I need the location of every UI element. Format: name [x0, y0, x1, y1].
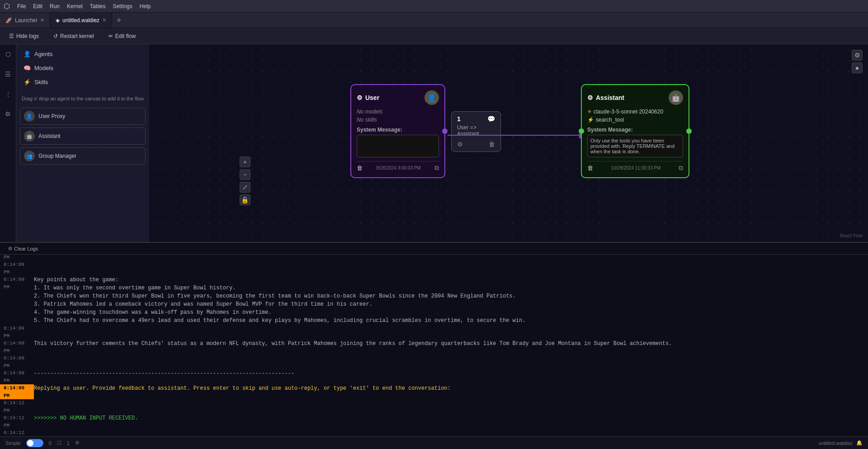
user-node-header: ⚙ User 👤 — [357, 90, 439, 105]
assistant-settings-icon[interactable]: ⚙ — [587, 94, 593, 101]
log-line: 6:14:12 PM — [0, 429, 868, 436]
log-text — [34, 429, 868, 436]
app-logo: ⬡ — [4, 2, 10, 10]
left-panel: ⬡ ☰ ⋮ ⚙ 👤 Agents 🧠 Models ⚡ Skills — [0, 44, 149, 242]
user-copy-icon[interactable]: ⧉ — [434, 164, 439, 172]
menu-bar: ⬡ File Edit Run Kernel Tables Settings H… — [0, 0, 868, 13]
menu-kernel[interactable]: Kernel — [67, 3, 83, 9]
hide-logs-button[interactable]: ☰ Hide logs — [5, 32, 42, 41]
clear-logs-label: Clear Logs — [14, 246, 38, 251]
zoom-out-btn[interactable]: − — [240, 169, 250, 180]
restart-icon: ↺ — [53, 33, 58, 39]
tab-untitled-close[interactable]: ✕ — [102, 17, 106, 23]
models-label: Models — [34, 65, 53, 71]
edge-box: 1 💬 User => Assistant ⚙ 🗑 — [451, 111, 501, 152]
tab-untitled[interactable]: ◈ untitled.waldiez ✕ — [50, 13, 112, 28]
menu-run[interactable]: Run — [50, 3, 60, 9]
log-line: 6:14:09 PMThis victory further cements t… — [0, 340, 868, 354]
assistant-model-item: ✳ claude-3-5-sonnet-20240620 — [587, 109, 683, 115]
group-manager-avatar: 👥 — [24, 151, 35, 161]
log-text: ----------------------------------------… — [34, 369, 868, 384]
status-mode-label: Simple — [5, 440, 21, 446]
group-manager-label: Group Manager — [38, 153, 76, 159]
log-panel: ⊘ Clear Logs 6:14:03 PMfrom February 11,… — [0, 242, 868, 436]
zoom-in-btn[interactable]: + — [240, 156, 250, 167]
agent-item-assistant[interactable]: 🤖 Assistant — [20, 128, 146, 145]
menu-tables[interactable]: Tables — [90, 3, 106, 9]
status-right: untitled.waldiez 🔔 — [819, 440, 863, 446]
restart-kernel-button[interactable]: ↺ Restart kernel — [50, 32, 98, 41]
log-time: 6:14:09 PM — [0, 354, 34, 369]
canvas-dot-btn[interactable]: ● — [852, 62, 863, 73]
status-bell-icon[interactable]: 🔔 — [856, 440, 863, 446]
status-kernel-status: 0 — [49, 440, 52, 446]
log-content[interactable]: 6:14:03 PMfrom February 11, 2024 on ESPN… — [0, 255, 868, 436]
status-bar: Simple 0 ☐ 1 ⚙ untitled.waldiez 🔔 — [0, 436, 868, 449]
log-time: 6:14:09 PM — [0, 369, 34, 384]
sidebar-item-models[interactable]: 🧠 Models — [20, 62, 146, 74]
assistant-node-body: ✳ claude-3-5-sonnet-20240620 ⚡ search_to… — [587, 109, 683, 157]
clear-logs-button[interactable]: ⊘ Clear Logs — [5, 245, 41, 252]
menu-edit[interactable]: Edit — [33, 3, 42, 9]
user-node-avatar: 👤 — [425, 90, 439, 105]
assistant-delete-icon[interactable]: 🗑 — [587, 165, 593, 171]
tab-bar: 🚀 Launcher ✕ ◈ untitled.waldiez ✕ + — [0, 13, 868, 28]
models-icon: 🧠 — [24, 65, 31, 71]
canvas-controls: ⚙ ● — [852, 50, 863, 73]
tab-add-button[interactable]: + — [112, 13, 126, 28]
assistant-model-text: claude-3-5-sonnet-20240620 — [594, 109, 663, 115]
icon-strip-list[interactable]: ☰ — [2, 68, 14, 80]
icon-strip-top[interactable]: ⬡ — [2, 48, 14, 61]
assistant-copy-icon[interactable]: ⧉ — [679, 164, 683, 172]
simple-toggle[interactable] — [26, 439, 43, 447]
assistant-node-footer: 🗑 10/28/2024 11:00:33 PM ⧉ — [587, 161, 683, 172]
status-box-icon: ☐ — [57, 440, 61, 446]
agent-item-user-proxy[interactable]: 👤 User Proxy — [20, 108, 146, 125]
assistant-node-title: ⚙ Assistant — [587, 94, 624, 101]
log-line: 6:14:09 PMKey points about the game: 1. … — [0, 276, 868, 325]
icon-strip-dots[interactable]: ⋮ — [2, 88, 14, 100]
user-delete-icon[interactable]: 🗑 — [357, 165, 363, 171]
tab-launcher-close[interactable]: ✕ — [40, 17, 44, 23]
user-node: ⚙ User 👤 No models No skills System Mess… — [350, 84, 445, 178]
menu-settings[interactable]: Settings — [113, 3, 132, 9]
icon-strip-puzzle[interactable]: ⚙ — [2, 108, 14, 120]
sidebar-content: 👤 Agents 🧠 Models ⚡ Skills Drag n' drop … — [16, 44, 149, 242]
assistant-footer-icons: ⧉ — [679, 164, 683, 172]
status-settings-icon[interactable]: ⚙ — [75, 440, 80, 446]
log-time: 6:14:09 PM — [0, 325, 34, 340]
edge-settings-icon[interactable]: ⚙ — [457, 141, 463, 148]
fit-view-btn[interactable]: ⤢ — [240, 182, 250, 193]
log-text: Kansas City Chiefs defeated the San Fran… — [34, 255, 868, 261]
log-text: >>>>>>> NO HUMAN INPUT RECEIVED. — [34, 414, 868, 429]
menu-help[interactable]: Help — [140, 3, 151, 9]
toggle-knob — [27, 440, 33, 446]
log-text — [34, 261, 868, 276]
zoom-controls: + − ⤢ 🔒 — [240, 156, 250, 205]
lock-btn[interactable]: 🔒 — [240, 194, 250, 205]
menu-file[interactable]: File — [17, 3, 26, 9]
assistant-system-msg-label: System Message: — [587, 127, 683, 133]
tab-launcher-label: Launcher — [15, 17, 38, 24]
canvas-area: ⚙ User 👤 No models No skills System Mess… — [149, 44, 868, 242]
assistant-system-msg-box[interactable]: Only use the tools you have been provide… — [587, 135, 683, 157]
log-time: 6:14:12 PM — [0, 399, 34, 414]
edge-delete-icon[interactable]: 🗑 — [489, 141, 495, 148]
sidebar-item-skills[interactable]: ⚡ Skills — [20, 76, 146, 88]
status-filename: untitled.waldiez — [819, 440, 853, 446]
log-text — [34, 354, 868, 369]
status-left: Simple 0 ☐ 1 ⚙ — [5, 439, 80, 447]
edit-flow-button[interactable]: ✏ Edit flow — [105, 32, 139, 41]
assistant-avatar: 🤖 — [24, 131, 35, 142]
user-system-msg-box[interactable] — [357, 135, 439, 157]
canvas-settings-btn[interactable]: ⚙ — [852, 50, 863, 61]
user-settings-icon[interactable]: ⚙ — [357, 94, 363, 101]
sidebar-item-agents[interactable]: 👤 Agents — [20, 48, 146, 60]
assistant-node-left-connector — [579, 128, 584, 134]
user-node-right-connector — [442, 128, 448, 134]
user-system-msg-label: System Message: — [357, 127, 439, 133]
tab-launcher[interactable]: 🚀 Launcher ✕ — [0, 13, 50, 28]
icon-strip: ⬡ ☰ ⋮ ⚙ — [0, 44, 16, 242]
hide-logs-label: Hide logs — [16, 33, 39, 39]
agent-item-group-manager[interactable]: 👥 Group Manager — [20, 147, 146, 165]
